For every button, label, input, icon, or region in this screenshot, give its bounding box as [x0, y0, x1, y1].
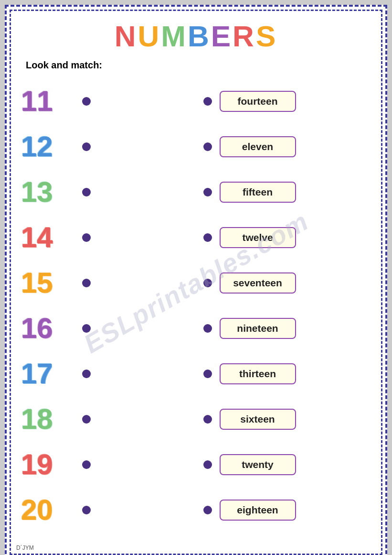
left-dot-19	[82, 460, 91, 469]
right-dot-1	[203, 142, 212, 151]
number-11: 11	[21, 85, 78, 118]
worksheet-page: ESLprintables.com NUMBERS Look and match…	[5, 5, 387, 555]
word-row: fifteen	[203, 169, 296, 215]
page-title: NUMBERS	[21, 19, 371, 53]
left-dot-16	[82, 324, 91, 333]
number-row: 14	[21, 215, 189, 260]
number-18: 18	[21, 403, 78, 435]
number-20: 20	[21, 493, 78, 526]
number-15: 15	[21, 266, 78, 299]
title-letter-m: M	[161, 20, 188, 53]
instruction-text: Look and match:	[26, 60, 371, 71]
word-row: twelve	[203, 215, 296, 260]
number-row: 11	[21, 78, 189, 124]
word-box-fourteen: fourteen	[220, 91, 296, 112]
content-area: 11121314151617181920 fourteenelevenfifte…	[21, 78, 371, 533]
word-row: thirteen	[203, 351, 296, 396]
attribution-label: D´JYM	[16, 544, 34, 551]
number-row: 15	[21, 260, 189, 305]
title-letter-b: B	[188, 20, 211, 53]
numbers-column: 11121314151617181920	[21, 78, 189, 533]
left-dot-17	[82, 370, 91, 378]
words-column: fourteenelevenfifteentwelveseventeennine…	[189, 78, 371, 533]
word-row: fourteen	[203, 78, 296, 124]
number-row: 19	[21, 442, 189, 487]
right-dot-9	[203, 506, 212, 514]
right-dot-2	[203, 188, 212, 196]
left-dot-15	[82, 279, 91, 287]
title-letter-r: R	[233, 20, 256, 53]
left-dot-14	[82, 233, 91, 242]
left-dot-13	[82, 188, 91, 196]
number-19: 19	[21, 448, 78, 481]
title-letter-e: E	[211, 20, 233, 53]
word-box-thirteen: thirteen	[220, 363, 296, 384]
word-row: eleven	[203, 124, 296, 169]
number-13: 13	[21, 175, 78, 208]
right-dot-3	[203, 233, 212, 242]
word-row: nineteen	[203, 305, 296, 351]
right-dot-4	[203, 279, 212, 287]
number-14: 14	[21, 221, 78, 254]
title-letter-n: N	[115, 20, 138, 53]
word-row: seventeen	[203, 260, 296, 305]
word-box-twenty: twenty	[220, 454, 296, 475]
number-row: 13	[21, 169, 189, 215]
title-letter-u: U	[138, 20, 161, 53]
left-dot-12	[82, 142, 91, 151]
word-box-fifteen: fifteen	[220, 182, 296, 203]
right-dot-7	[203, 415, 212, 424]
number-row: 18	[21, 396, 189, 442]
number-row: 20	[21, 487, 189, 533]
word-box-eighteen: eighteen	[220, 500, 296, 521]
word-box-sixteen: sixteen	[220, 409, 296, 430]
number-12: 12	[21, 130, 78, 163]
title-letter-s: S	[256, 20, 277, 53]
number-17: 17	[21, 357, 78, 390]
left-dot-11	[82, 97, 91, 106]
word-box-eleven: eleven	[220, 136, 296, 157]
left-dot-18	[82, 415, 91, 424]
right-dot-0	[203, 97, 212, 106]
word-box-twelve: twelve	[220, 227, 296, 248]
number-row: 12	[21, 124, 189, 169]
number-16: 16	[21, 312, 78, 345]
number-row: 17	[21, 351, 189, 396]
number-row: 16	[21, 305, 189, 351]
word-row: sixteen	[203, 396, 296, 442]
word-row: twenty	[203, 442, 296, 487]
right-dot-8	[203, 460, 212, 469]
left-dot-20	[82, 506, 91, 514]
word-box-seventeen: seventeen	[220, 272, 296, 294]
right-dot-5	[203, 324, 212, 333]
right-dot-6	[203, 370, 212, 378]
word-row: eighteen	[203, 487, 296, 533]
word-box-nineteen: nineteen	[220, 318, 296, 339]
